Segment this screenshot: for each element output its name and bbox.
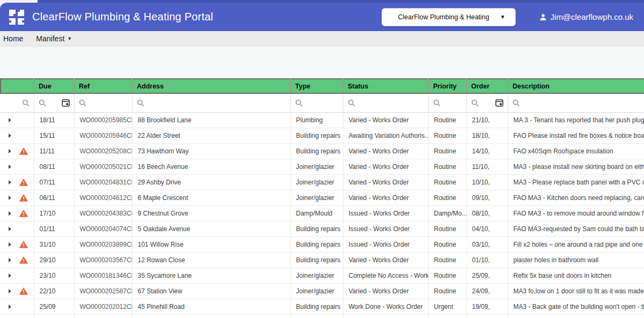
search-icon[interactable] [137, 99, 144, 107]
search-icon[interactable] [513, 99, 520, 107]
table-row[interactable]: 25/09WO0000202012CH45 Pinehill RoadBuild… [1, 299, 644, 314]
expand-cell[interactable] [1, 128, 34, 143]
search-icon[interactable] [348, 99, 355, 107]
filter-status[interactable] [343, 93, 428, 112]
search-icon[interactable] [39, 99, 46, 107]
calendar-icon[interactable] [495, 99, 503, 107]
table-row[interactable]: 11/11WO0000205208CH73 Hawthorn WayBuildi… [1, 143, 644, 159]
column-header-type[interactable]: Type [290, 79, 343, 93]
order-cell: 24/09, [466, 283, 508, 299]
expand-row-icon[interactable] [9, 118, 11, 122]
table-row[interactable]: 18/11WO0000205985CH88 Brookfield LanePlu… [1, 112, 644, 128]
expand-row-icon[interactable] [9, 134, 11, 138]
priority-cell: Routine [428, 112, 466, 128]
nav-item-home[interactable]: Home [3, 34, 23, 43]
table-row[interactable]: 23/10WO0000181346CH35 Sycamore LaneJoine… [1, 268, 644, 283]
order-cell: 01/10, [466, 252, 508, 268]
expand-cell[interactable] [1, 236, 34, 252]
table-row[interactable]: 06/11WO0000204612CH6 Maple CrescentJoine… [1, 190, 644, 205]
search-icon[interactable] [79, 99, 86, 107]
expand-row-icon[interactable] [9, 165, 11, 169]
description-cell: MA 3 - Tenant has reported that her push… [508, 112, 644, 128]
filter-due[interactable] [34, 93, 74, 112]
filter-description[interactable] [508, 93, 644, 112]
expand-cell[interactable] [1, 205, 34, 221]
type-cell: Joiner/glazier [290, 190, 343, 205]
expand-cell[interactable] [1, 112, 34, 128]
expand-row-icon[interactable] [9, 180, 11, 184]
expand-row-icon[interactable] [9, 227, 11, 231]
expand-cell[interactable] [1, 299, 34, 314]
table-row[interactable]: 17/10WO0000204383CH9 Chestnut GroveDamp/… [1, 205, 644, 221]
priority-cell: Routine [428, 236, 466, 252]
table-row[interactable]: 15/11WO0000205946CH22 Alder StreetBuildi… [1, 128, 644, 143]
expand-row-icon[interactable] [9, 242, 11, 247]
search-icon[interactable] [471, 99, 479, 107]
user-menu[interactable]: Jim@clearflowph.co.uk [539, 12, 633, 21]
expand-cell[interactable] [1, 190, 34, 205]
search-icon[interactable] [22, 99, 30, 107]
warning-slot-empty [19, 131, 28, 139]
search-icon[interactable] [295, 99, 303, 107]
warning-icon [19, 240, 28, 248]
table-row[interactable]: 07/11WO0000204831CH29 Ashby DriveJoiner/… [1, 174, 644, 190]
column-header-due[interactable]: Due [34, 79, 74, 93]
nav-item-manifest[interactable]: Manifest ▼ [36, 34, 72, 43]
due-cell: 08/11 [34, 159, 74, 174]
expand-cell[interactable] [1, 174, 34, 190]
warning-icon [19, 178, 28, 186]
status-cell: Varied - Works Order [343, 190, 428, 205]
address-cell: 22 Alder Street [132, 128, 290, 143]
warning-icon [19, 147, 28, 155]
filter-ref[interactable] [74, 93, 132, 112]
table-row[interactable]: 22/10WO0000202587CH67 Station ViewJoiner… [1, 283, 644, 299]
priority-cell: Routine [428, 283, 466, 299]
expand-cell[interactable] [1, 143, 34, 159]
chevron-down-icon: ▼ [500, 14, 506, 20]
type-cell: Joiner/glazier [290, 268, 343, 283]
organisation-dropdown[interactable]: ClearFlow Plumbing & Heating ▼ [382, 8, 516, 26]
table-row[interactable]: 31/10WO0000203899CH101 Willow RiseBuildi… [1, 236, 644, 252]
empty-cell [1, 314, 34, 318]
column-header-order[interactable]: Order [466, 79, 508, 93]
expand-cell[interactable] [1, 268, 34, 283]
expand-row-icon[interactable] [9, 305, 11, 309]
expand-row-icon[interactable] [9, 149, 11, 153]
expand-row-icon[interactable] [9, 289, 11, 293]
column-header-description[interactable]: Description [508, 79, 644, 93]
ref-cell: WO0000181346CH [74, 268, 132, 283]
filter-priority[interactable] [428, 93, 466, 112]
due-cell: 23/10 [34, 268, 74, 283]
expand-row-icon[interactable] [9, 258, 11, 262]
expand-cell[interactable] [1, 159, 34, 174]
filter-type[interactable] [290, 93, 343, 112]
page-title: ClearFlow Plumbing & Heating Portal [32, 11, 213, 23]
column-header-expand[interactable] [1, 79, 34, 93]
calendar-icon[interactable] [62, 99, 70, 107]
expand-cell[interactable] [1, 252, 34, 268]
table-row[interactable]: 29/10WO0000203567CH12 Rowan CloseBuildin… [1, 252, 644, 268]
filter-address[interactable] [132, 93, 290, 112]
column-header-ref[interactable]: Ref [74, 79, 132, 93]
ref-cell: WO0000203899CH [74, 236, 132, 252]
address-cell: 29 Ashby Drive [132, 174, 290, 190]
organisation-dropdown-value: ClearFlow Plumbing & Heating [398, 13, 489, 21]
column-header-address[interactable]: Address [132, 79, 290, 93]
table-row[interactable]: 01/11WO0000204074CH5 Oakdale AvenueBuild… [1, 221, 644, 236]
chevron-down-icon: ▼ [67, 36, 72, 41]
expand-cell[interactable] [1, 283, 34, 299]
column-header-priority[interactable]: Priority [428, 79, 466, 93]
expand-row-icon[interactable] [9, 196, 11, 200]
filter-expand[interactable] [1, 93, 34, 112]
priority-cell: Routine [428, 174, 466, 190]
address-cell: 16 Beech Avenue [132, 159, 290, 174]
expand-row-icon[interactable] [9, 273, 11, 278]
table-row[interactable]: 08/11WO0000205021CH16 Beech AvenueJoiner… [1, 159, 644, 174]
type-cell: Joiner/glazier [290, 174, 343, 190]
expand-row-icon[interactable] [9, 211, 11, 216]
address-cell: 35 Sycamore Lane [132, 268, 290, 283]
expand-cell[interactable] [1, 221, 34, 236]
search-icon[interactable] [433, 99, 441, 107]
filter-order[interactable] [466, 93, 508, 112]
column-header-status[interactable]: Status [343, 79, 428, 93]
